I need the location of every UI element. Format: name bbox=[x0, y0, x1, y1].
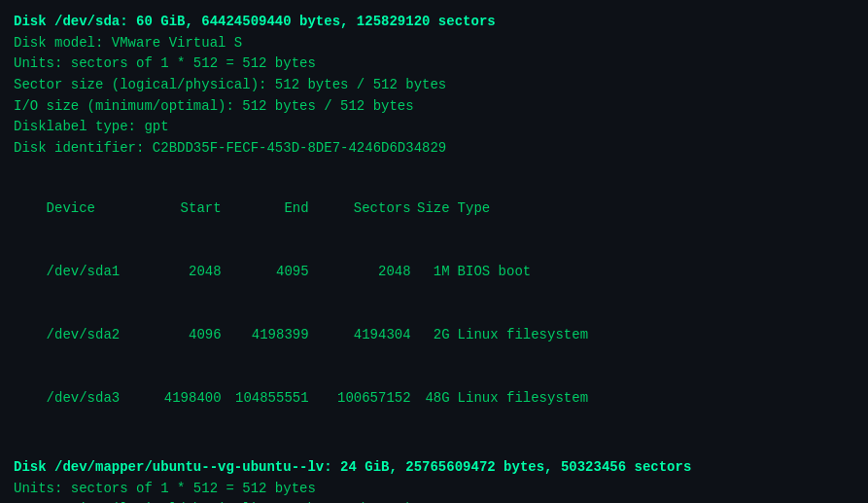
terminal-output: Disk /dev/sda: 60 GiB, 64424509440 bytes… bbox=[14, 12, 854, 503]
sda3-type: Linux filesystem bbox=[450, 388, 644, 410]
sda2-device: /dev/sda2 bbox=[47, 325, 134, 346]
col-header-start: Start bbox=[134, 198, 222, 220]
sda1-end: 4095 bbox=[222, 262, 309, 283]
col-header-size: Size bbox=[411, 198, 450, 220]
sda3-end: 104855551 bbox=[222, 388, 309, 410]
sda1-type: BIOS boot bbox=[450, 262, 644, 283]
partition-row-sda3: /dev/sda3419840010485555110065715248GLin… bbox=[14, 367, 854, 430]
disk1-identifier: Disk identifier: C2BDD35F-FECF-453D-8DE7… bbox=[14, 138, 854, 160]
col-header-type: Type bbox=[450, 198, 644, 220]
sda1-size: 1M bbox=[411, 262, 450, 283]
sda3-device: /dev/sda3 bbox=[47, 388, 134, 410]
sda3-start: 4198400 bbox=[134, 388, 222, 410]
disk1-io-size: I/O size (minimum/optimal): 512 bytes / … bbox=[14, 96, 854, 118]
disk2-units: Units: sectors of 1 * 512 = 512 bytes bbox=[14, 479, 854, 500]
disk2-sector-size: Sector size (logical/physical): 512 byte… bbox=[14, 499, 854, 503]
partition-row-sda1: /dev/sda12048409520481MBIOS boot bbox=[14, 240, 854, 304]
disk1-disklabel: Disklabel type: gpt bbox=[14, 117, 854, 138]
sda1-start: 2048 bbox=[134, 262, 222, 283]
col-header-sectors: Sectors bbox=[309, 198, 411, 220]
sda3-size: 48G bbox=[411, 388, 450, 410]
partition-table-header: DeviceStartEndSectorsSizeType bbox=[14, 177, 854, 240]
disk1-units: Units: sectors of 1 * 512 = 512 bytes bbox=[14, 54, 854, 75]
disk1-sector-size: Sector size (logical/physical): 512 byte… bbox=[14, 75, 854, 96]
sda2-end: 4198399 bbox=[222, 325, 309, 346]
col-header-device: Device bbox=[47, 198, 134, 220]
sda3-sectors: 100657152 bbox=[309, 388, 411, 410]
partition-row-sda2: /dev/sda24096419839941943042GLinux files… bbox=[14, 304, 854, 367]
disk1-header: Disk /dev/sda: 60 GiB, 64424509440 bytes… bbox=[14, 12, 854, 33]
sda1-sectors: 2048 bbox=[309, 262, 411, 283]
sda2-size: 2G bbox=[411, 325, 450, 346]
sda2-type: Linux filesystem bbox=[450, 325, 644, 346]
sda2-start: 4096 bbox=[134, 325, 222, 346]
sda2-sectors: 4194304 bbox=[309, 325, 411, 346]
disk1-model: Disk model: VMware Virtual S bbox=[14, 33, 854, 54]
sda1-device: /dev/sda1 bbox=[47, 262, 134, 283]
col-header-end: End bbox=[222, 198, 309, 220]
disk2-header: Disk /dev/mapper/ubuntu--vg-ubuntu--lv: … bbox=[14, 457, 854, 479]
